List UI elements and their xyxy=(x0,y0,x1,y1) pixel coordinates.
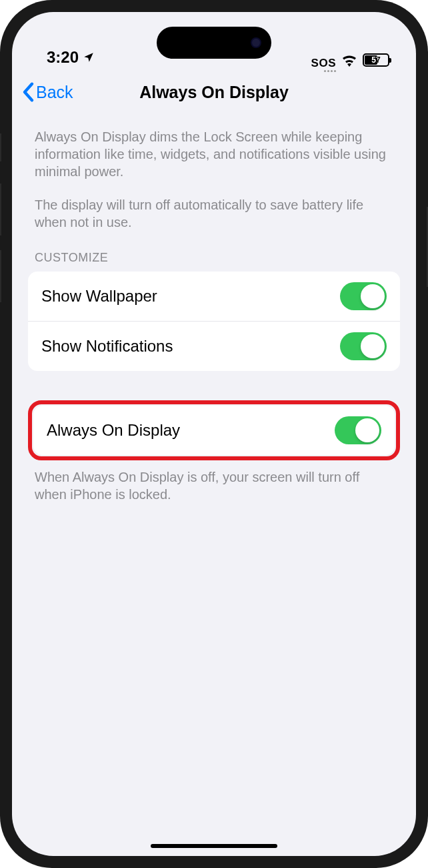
page-title: Always On Display xyxy=(139,83,289,102)
show-notifications-toggle[interactable] xyxy=(340,332,387,360)
highlight-box: Always On Display xyxy=(28,400,400,460)
phone-frame: 3:20 SOS 57 xyxy=(0,0,428,868)
silence-switch xyxy=(0,133,1,161)
toggle-knob xyxy=(361,334,385,358)
toggle-knob xyxy=(355,418,379,442)
footer-text: When Always On Display is off, your scre… xyxy=(28,460,400,503)
screen: 3:20 SOS 57 xyxy=(12,12,416,856)
customize-group: Show Wallpaper Show Notifications xyxy=(28,272,400,371)
battery-icon: 57 xyxy=(363,53,389,67)
customize-header: CUSTOMIZE xyxy=(28,231,400,272)
location-icon xyxy=(83,51,95,63)
toggle-knob xyxy=(361,284,385,308)
volume-down-button xyxy=(0,250,1,302)
chevron-left-icon xyxy=(22,82,35,102)
show-notifications-row[interactable]: Show Notifications xyxy=(28,321,400,371)
front-camera xyxy=(251,37,261,48)
status-right: SOS 57 xyxy=(311,53,389,67)
auto-off-text: The display will turn off automatically … xyxy=(28,180,400,231)
status-time: 3:20 xyxy=(47,48,79,67)
show-notifications-label: Show Notifications xyxy=(41,337,173,356)
show-wallpaper-toggle[interactable] xyxy=(340,282,387,310)
always-on-display-row[interactable]: Always On Display xyxy=(33,406,395,455)
back-button[interactable]: Back xyxy=(19,82,73,102)
wifi-icon xyxy=(341,53,357,67)
always-on-display-toggle[interactable] xyxy=(335,416,381,444)
volume-up-button xyxy=(0,183,1,236)
show-wallpaper-row[interactable]: Show Wallpaper xyxy=(28,272,400,321)
battery-level: 57 xyxy=(371,55,380,65)
sos-text: SOS xyxy=(311,57,336,70)
intro-text: Always On Display dims the Lock Screen w… xyxy=(28,112,400,180)
sos-indicator: SOS xyxy=(311,57,336,64)
dynamic-island xyxy=(157,27,271,59)
home-indicator[interactable] xyxy=(151,844,277,848)
show-wallpaper-label: Show Wallpaper xyxy=(41,287,157,306)
always-on-group: Always On Display xyxy=(33,406,395,455)
nav-bar: Back Always On Display xyxy=(12,72,416,112)
content: Always On Display dims the Lock Screen w… xyxy=(12,112,416,503)
status-left: 3:20 xyxy=(47,48,95,67)
back-label: Back xyxy=(36,83,73,102)
always-on-display-label: Always On Display xyxy=(47,421,180,440)
